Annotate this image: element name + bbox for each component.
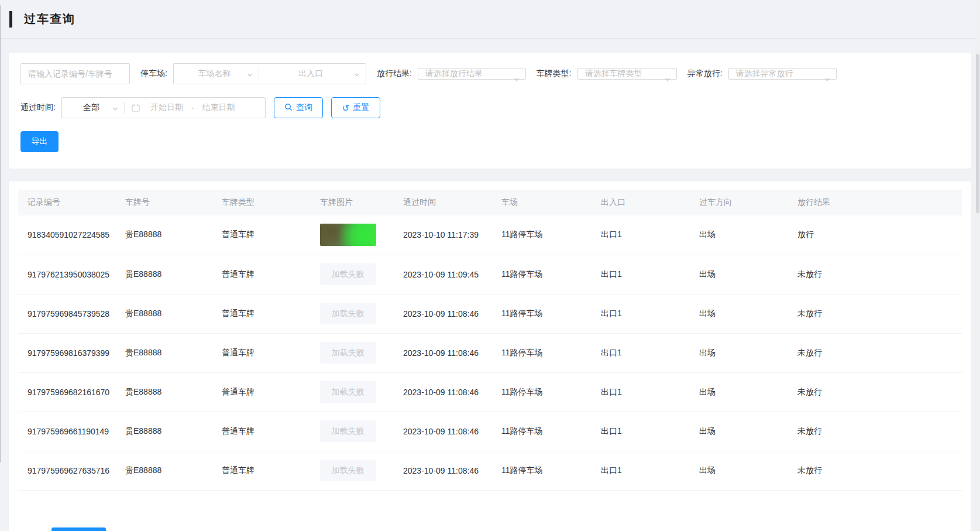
chevron-down-icon <box>353 71 360 80</box>
lot-name-select[interactable]: 车场名称 <box>174 64 259 84</box>
record-id-cell: 917975969816379399 <box>18 333 116 372</box>
release-result-cell: 未放行 <box>788 372 962 412</box>
image-load-failed-placeholder: 加载失败 <box>320 303 376 324</box>
release-result-label: 放行结果: <box>377 68 412 79</box>
plate-image-cell: 加载失败 <box>311 333 394 372</box>
plate-number-cell: 贵E88888 <box>116 215 212 255</box>
table-row: 917975969661190149 贵E88888 普通车牌 加载失败 202… <box>18 412 962 451</box>
direction-cell: 出场 <box>690 412 788 451</box>
parking-lot-cell: 11路停车场 <box>492 412 592 451</box>
image-load-failed-placeholder: 加载失败 <box>320 263 376 285</box>
record-id-cell: 917976213950038025 <box>18 255 116 294</box>
table-row: 917976213950038025 贵E88888 普通车牌 加载失败 202… <box>18 255 962 294</box>
chevron-down-icon <box>112 105 119 114</box>
date-range-separator: - <box>187 103 199 112</box>
abnormal-release-select[interactable]: 请选择异常放行 <box>728 68 837 80</box>
chevron-down-icon <box>664 76 671 85</box>
vertical-scrollbar[interactable] <box>975 0 980 531</box>
plate-image-cell: 加载失败 <box>311 294 394 333</box>
column-header: 车牌类型 <box>212 190 311 215</box>
plate-type-cell: 普通车牌 <box>212 451 311 490</box>
scrollbar-thumb[interactable] <box>976 54 979 213</box>
direction-cell: 出场 <box>690 255 788 294</box>
date-range-picker[interactable]: 开始日期 - 结束日期 <box>125 98 265 118</box>
plate-type-placeholder: 请选择车牌类型 <box>578 68 676 79</box>
pass-time-cell: 2023-10-10 11:17:39 <box>394 215 492 255</box>
image-load-failed-placeholder: 加载失败 <box>320 420 376 442</box>
image-load-failed-placeholder: 加载失败 <box>320 342 376 364</box>
release-result-placeholder: 请选择放行结果 <box>418 68 525 79</box>
column-header: 通过时间 <box>394 190 492 215</box>
record-id-cell: 917975969661190149 <box>18 412 116 451</box>
column-header: 车牌图片 <box>311 190 394 215</box>
parking-lot-cell: 11路停车场 <box>492 372 592 412</box>
plate-number-cell: 贵E88888 <box>116 451 212 490</box>
plate-type-cell: 普通车牌 <box>212 372 311 412</box>
bottom-cut-button[interactable] <box>51 527 106 531</box>
plate-type-cell: 普通车牌 <box>212 412 311 451</box>
record-id-cell: 917975969682161670 <box>18 372 116 412</box>
pass-time-label: 通过时间: <box>20 102 56 113</box>
search-button-label: 查询 <box>296 102 312 113</box>
plate-number-cell: 贵E88888 <box>116 294 212 333</box>
release-result-select[interactable]: 请选择放行结果 <box>418 68 526 80</box>
gate-cell: 出口1 <box>592 294 690 333</box>
parking-lot-cell: 11路停车场 <box>492 255 592 294</box>
export-button-label: 导出 <box>32 136 48 147</box>
table-row: 917975969682161670 贵E88888 普通车牌 加载失败 202… <box>18 372 962 412</box>
chevron-down-icon <box>824 76 831 85</box>
page-header: 过车查询 <box>0 0 980 39</box>
gate-cell: 出口1 <box>592 255 690 294</box>
keyword-input[interactable] <box>21 64 129 84</box>
image-load-failed-placeholder: 加载失败 <box>320 460 376 481</box>
plate-image-cell: 加载失败 <box>311 255 394 294</box>
plate-type-cell: 普通车牌 <box>212 294 311 333</box>
column-header: 过车方向 <box>690 190 788 215</box>
plate-number-cell: 贵E88888 <box>116 372 212 412</box>
plate-image[interactable] <box>320 224 376 246</box>
vehicle-pass-query-page: { "page": { "title": "过车查询" }, "colors":… <box>0 0 980 531</box>
release-result-cell: 未放行 <box>788 255 962 294</box>
column-header: 出入口 <box>592 190 690 215</box>
gate-cell: 出口1 <box>592 451 690 490</box>
plate-image-cell: 加载失败 <box>311 451 394 490</box>
page-title: 过车查询 <box>24 11 75 27</box>
gate-select[interactable]: 出入口 <box>259 64 366 84</box>
plate-image-cell <box>311 215 394 255</box>
table-row: 917975969845739528 贵E88888 普通车牌 加载失败 202… <box>18 294 962 333</box>
gate-cell: 出口1 <box>592 333 690 372</box>
export-button[interactable]: 导出 <box>20 131 59 152</box>
reset-button-label: 重置 <box>353 102 369 113</box>
pass-time-cell: 2023-10-09 11:08:46 <box>394 451 492 490</box>
search-icon <box>284 103 293 113</box>
reset-button[interactable]: ↺ 重置 <box>331 97 380 118</box>
release-result-cell: 未放行 <box>788 412 962 451</box>
chevron-down-icon <box>246 71 253 80</box>
direction-cell: 出场 <box>690 333 788 372</box>
release-result-cell: 放行 <box>788 215 962 255</box>
plate-number-cell: 贵E88888 <box>116 255 212 294</box>
parking-lot-cell: 11路停车场 <box>492 451 592 490</box>
direction-cell: 出场 <box>690 294 788 333</box>
parking-lot-cell: 11路停车场 <box>492 333 592 372</box>
release-result-cell: 未放行 <box>788 333 962 372</box>
abnormal-release-placeholder: 请选择异常放行 <box>729 68 836 79</box>
plate-number-cell: 贵E88888 <box>116 333 212 372</box>
results-table-card: 记录编号车牌号车牌类型车牌图片通过时间车场出入口过车方向放行结果 9183405… <box>9 181 971 531</box>
filter-panel: 停车场: 车场名称 出入口 放行结果: 请选择放行结果 车牌类型 <box>9 53 971 169</box>
table-row: 918340591027224585 贵E88888 普通车牌 2023-10-… <box>18 215 962 255</box>
start-date-placeholder: 开始日期 <box>147 102 187 113</box>
keyword-input-wrap <box>20 63 130 84</box>
parking-lot-select-group: 车场名称 出入口 <box>173 63 366 84</box>
chevron-down-icon <box>513 76 520 85</box>
time-range-type-select[interactable]: 全部 <box>62 98 124 118</box>
release-result-cell: 未放行 <box>788 451 962 490</box>
pass-time-cell: 2023-10-09 11:08:46 <box>394 294 492 333</box>
results-table: 记录编号车牌号车牌类型车牌图片通过时间车场出入口过车方向放行结果 9183405… <box>18 190 962 491</box>
direction-cell: 出场 <box>690 372 788 412</box>
search-button[interactable]: 查询 <box>274 97 323 118</box>
gate-placeholder: 出入口 <box>259 68 366 79</box>
plate-type-select[interactable]: 请选择车牌类型 <box>577 68 677 80</box>
pass-time-cell: 2023-10-09 11:08:46 <box>394 333 492 372</box>
column-header: 车牌号 <box>116 190 212 215</box>
